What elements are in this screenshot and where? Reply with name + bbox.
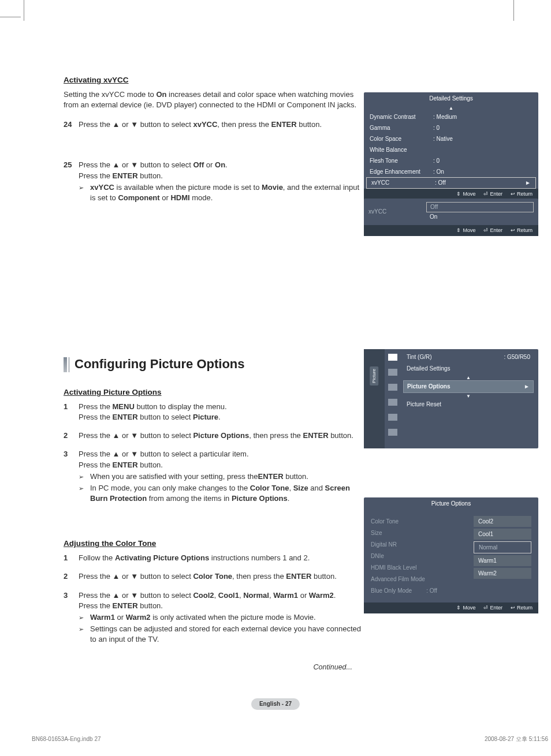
step-2a: 2 Press the ▲ or ▼ button to select Pict… [64,431,364,441]
osd-title: Picture Options [364,497,538,510]
return-hint: ↩ Return [511,190,533,198]
note: ➢ Settings can be adjusted and stored fo… [79,624,364,645]
xvycc-intro: Setting the xvYCC mode to On increases d… [64,89,364,110]
osd-footer: ⇕ Move ⏎ Enter ↩ Return [364,225,538,236]
page-number-pill: English - 27 [251,698,300,710]
step-number: 25 [64,160,79,203]
option-on: On [426,212,534,222]
chevron-icon: ➢ [79,182,87,203]
option-cool2: Cool2 [474,516,531,527]
osd-row: Color Tone [371,516,467,527]
heading-activating-xvycc: Activating xvYCC [64,75,537,86]
option-warm2: Warm2 [474,568,531,579]
application-icon [388,429,397,436]
enter-hint: ⏎ Enter [483,190,502,198]
osd-xvycc-popup: xvYCC Off On ⇕ Move ⏎ Enter ↩ Return [364,199,538,236]
return-hint: ↩ Return [511,227,533,234]
osd-footer: ⇕ Move ⏎ Enter ↩ Return [364,189,538,200]
step-number: 2 [64,431,79,441]
step-number: 2 [64,571,79,582]
osd-row: Detailed Settings [403,363,534,375]
enter-hint: ⏎ Enter [483,604,502,612]
option-warm1: Warm1 [474,555,531,566]
osd-row: Size [371,527,467,539]
osd-row: DNIe [371,551,467,562]
step-2b: 2 Press the ▲ or ▼ button to select Colo… [64,571,364,582]
osd-row: White Balance [364,144,538,155]
osd-row: Dynamic Contrast: Medium [364,111,538,122]
osd-row: Digital NR [371,539,467,551]
option-off: Off [426,202,534,212]
sidebar-icons [385,349,401,448]
step-1b: 1 Follow the Activating Picture Options … [64,553,364,563]
picture-icon [388,354,397,361]
osd-picture-menu: Picture Tint (G/R): G50/R50 Detailed Set… [364,349,538,448]
decorative-bar [68,357,70,372]
crop-mark [24,0,24,21]
move-hint: ⇕ Move [456,227,475,234]
setup-icon [388,399,397,406]
note: ➢ xvYCC is available when the picture mo… [79,182,364,203]
note: ➢ Warm1 or Warm2 is only activated when … [79,612,364,623]
osd-picture-options: Picture Options Color Tone Size Digital … [364,497,538,613]
chevron-icon: ➢ [79,624,87,645]
print-footer-right: 2008-08-27 오후 5:11:56 [485,735,548,743]
osd-row: Tint (G/R): G50/R50 [403,351,534,363]
step-1a: 1 Press the MENU button to display the m… [64,402,364,422]
osd-row: Advanced Film Mode [371,574,467,585]
arrow-down-icon: ▼ [403,393,534,399]
arrow-right-icon: ► [523,383,530,391]
enter-hint: ⏎ Enter [483,227,502,234]
step-number: 24 [64,119,79,130]
osd-title: Detailed Settings [364,92,538,105]
print-footer-left: BN68-01653A-Eng.indb 27 [32,735,101,743]
note: ➢ When you are satisfied with your setti… [79,471,364,482]
heading-config-picture-options: Configuring Picture Options [75,355,245,373]
chevron-icon: ➢ [79,471,87,482]
osd-footer: ⇕ Move ⏎ Enter ↩ Return [364,602,538,613]
options-right-column: Cool2 Cool1 Normal Warm1 Warm2 [474,516,531,597]
osd-row: Gamma: 0 [364,122,538,133]
osd-row: Edge Enhancement: On [364,166,538,177]
crop-mark [513,0,514,21]
step-25: 25 Press the ▲ or ▼ button to select Off… [64,160,364,203]
channel-icon [388,384,397,391]
osd-row: Color Space: Native [364,133,538,144]
chevron-icon: ➢ [79,612,87,623]
osd-row-selected: xvYCC: Off► [366,177,536,189]
arrow-right-icon: ► [524,179,531,187]
step-number: 1 [64,553,79,563]
osd-detailed-settings: Detailed Settings ▲ Dynamic Contrast: Me… [364,92,538,200]
step-24: 24 Press the ▲ or ▼ button to select xvY… [64,119,364,130]
crop-mark [0,17,21,17]
return-hint: ↩ Return [511,604,533,612]
move-hint: ⇕ Move [456,190,475,198]
side-label-picture: Picture [370,366,378,386]
option-normal-selected: Normal [474,541,531,553]
options-left-column: Color Tone Size Digital NR DNIe HDMI Bla… [371,516,467,597]
sound-icon [388,369,397,376]
osd-row: Blue Only Mode : Off [371,585,467,597]
xvycc-label: xvYCC [368,208,420,216]
step-number: 3 [64,449,79,504]
continued-label: Continued... [64,663,537,673]
arrow-up-icon: ▲ [403,375,534,380]
note: ➢ In PC mode, you can only make changes … [79,483,364,504]
decorative-bar [64,357,67,372]
osd-row: HDMI Black Level [371,562,467,574]
step-3a: 3 Press the ▲ or ▼ button to select a pa… [64,449,364,504]
step-number: 1 [64,402,79,422]
step-number: 3 [64,590,79,645]
osd-row-selected: Picture Options► [403,380,534,393]
step-3b: 3 Press the ▲ or ▼ button to select Cool… [64,590,364,645]
move-hint: ⇕ Move [456,604,475,612]
arrow-up-icon: ▲ [364,105,538,111]
chevron-icon: ➢ [79,483,87,504]
osd-row: Flesh Tone: 0 [364,155,538,166]
option-cool1: Cool1 [474,529,531,540]
input-icon [388,414,397,421]
osd-row: Picture Reset [403,399,534,410]
